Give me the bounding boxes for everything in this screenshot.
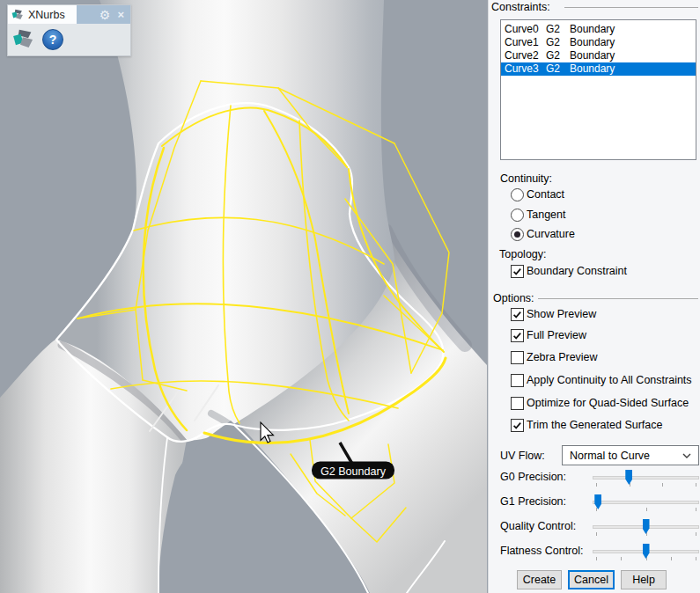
close-icon[interactable]: × — [117, 9, 124, 20]
checkbox-label: Full Preview — [527, 329, 586, 341]
uv-flow-value: Normal to Curve — [570, 450, 650, 462]
slider-tick — [696, 557, 696, 560]
radio-label: Curvature — [527, 228, 575, 240]
constraint-name: Curve1 — [505, 36, 546, 49]
constraint-row[interactable]: Curve2G2Boundary — [501, 49, 696, 62]
chevron-down-icon — [682, 453, 691, 458]
slider-rail — [596, 543, 696, 560]
slider-tick — [696, 508, 696, 511]
toolbar-controls: ⚙ × — [77, 5, 130, 24]
topology-label: Topology: — [499, 248, 547, 260]
slider-tick — [662, 483, 663, 487]
slider-rail — [596, 469, 696, 487]
checkbox-label: Optimize for Quad-Sided Surface — [527, 397, 689, 409]
constraint-type: Boundary — [570, 23, 615, 36]
xnurbs-command-button[interactable] — [12, 28, 36, 51]
slider-tick — [596, 508, 597, 511]
slider-g1-precision-[interactable] — [593, 494, 699, 511]
constraint-continuity: G2 — [546, 36, 570, 49]
checkbox-label: Zebra Preview — [527, 351, 598, 363]
options-label: Options: — [493, 292, 534, 304]
toolbar-titlebar: XNurbs ⚙ × — [8, 5, 130, 24]
checkbox-label: Boundary Constraint — [527, 265, 627, 277]
radio-tangent[interactable] — [511, 209, 524, 222]
slider-tick — [596, 557, 597, 560]
viewport-3d[interactable]: G2 Boundary — [0, 0, 488, 593]
constraints-list[interactable]: Curve0G2BoundaryCurve1G2BoundaryCurve2G2… — [500, 19, 696, 160]
app-window: G2 Boundary XNurbs ⚙ × — [0, 0, 700, 593]
toolbar-title-area[interactable]: XNurbs — [8, 5, 77, 24]
slider-tick — [696, 532, 696, 536]
slider-quality-control-[interactable] — [593, 518, 699, 536]
constraint-continuity: G2 — [546, 23, 570, 36]
radio-label: Tangent — [527, 209, 565, 221]
slider-tick — [696, 483, 696, 487]
constraint-type: Boundary — [570, 36, 615, 49]
xnurbs-icon — [11, 9, 25, 21]
slider-tick — [621, 557, 622, 560]
slider-g0-precision-[interactable] — [593, 469, 699, 487]
slider-rail — [596, 494, 696, 511]
checkbox-full-preview[interactable] — [511, 329, 524, 342]
constraint-continuity: G2 — [546, 49, 570, 62]
slider-label: G1 Precision: — [500, 495, 566, 508]
checkbox-boundary-constraint[interactable] — [511, 265, 524, 278]
checkbox-label: Trim the Generated Surface — [527, 419, 662, 431]
uv-flow-label: UV Flow: — [500, 450, 545, 462]
slider-label: G0 Precision: — [500, 471, 566, 483]
constraint-row[interactable]: Curve3G2Boundary — [501, 62, 696, 76]
slider-thumb[interactable] — [625, 470, 632, 485]
toolbar-title: XNurbs — [28, 9, 65, 21]
slider-tick — [671, 557, 672, 560]
create-button[interactable]: Create — [517, 570, 562, 589]
slider-tick — [646, 508, 647, 511]
help-button[interactable]: Help — [621, 570, 667, 589]
slider-flatness-control-[interactable] — [593, 543, 699, 560]
slider-tick — [596, 532, 597, 536]
constraint-type: Boundary — [570, 49, 615, 62]
svg-text:G2 Boundary: G2 Boundary — [321, 465, 387, 478]
constraint-name: Curve2 — [505, 49, 546, 62]
constraint-type: Boundary — [570, 62, 615, 76]
slider-tick — [596, 483, 597, 487]
options-panel: Constraints: Curve0G2BoundaryCurve1G2Bou… — [488, 0, 700, 593]
radio-curvature[interactable] — [511, 228, 524, 241]
checkbox-show-preview[interactable] — [511, 308, 524, 321]
checkbox-trim-the-generated-surface[interactable] — [511, 419, 524, 432]
checkbox-zebra-preview[interactable] — [511, 351, 524, 364]
constraint-name: Curve0 — [505, 23, 546, 36]
radio-contact[interactable] — [511, 188, 524, 201]
xnurbs-toolbar: XNurbs ⚙ × ? — [7, 4, 131, 56]
uv-flow-select[interactable]: Normal to Curve — [562, 445, 699, 465]
radio-label: Contact — [527, 188, 564, 201]
cancel-button[interactable]: Cancel — [568, 570, 615, 589]
help-icon[interactable]: ? — [42, 29, 63, 50]
checkbox-optimize-for-quad-sided-surface[interactable] — [511, 397, 524, 410]
constraint-name: Curve3 — [505, 62, 546, 76]
slider-label: Flatness Control: — [500, 545, 583, 557]
constraint-continuity: G2 — [546, 62, 570, 76]
slider-rail — [596, 518, 696, 536]
checkbox-apply-continuity-to-all-constraints[interactable] — [511, 374, 524, 387]
constraint-row[interactable]: Curve0G2Boundary — [501, 23, 696, 36]
slider-thumb[interactable] — [643, 519, 650, 534]
constraints-separator — [564, 7, 698, 8]
options-separator — [538, 298, 698, 299]
checkbox-label: Show Preview — [527, 308, 596, 320]
toolbar-body: ? — [8, 24, 130, 55]
gear-icon[interactable]: ⚙ — [99, 9, 111, 21]
slider-thumb[interactable] — [643, 544, 650, 559]
continuity-label: Continuity: — [500, 172, 552, 185]
constraints-label: Constraints: — [491, 1, 550, 13]
checkbox-label: Apply Continuity to All Constraints — [527, 374, 692, 386]
slider-label: Quality Control: — [500, 520, 576, 532]
constraint-row[interactable]: Curve1G2Boundary — [501, 36, 696, 49]
